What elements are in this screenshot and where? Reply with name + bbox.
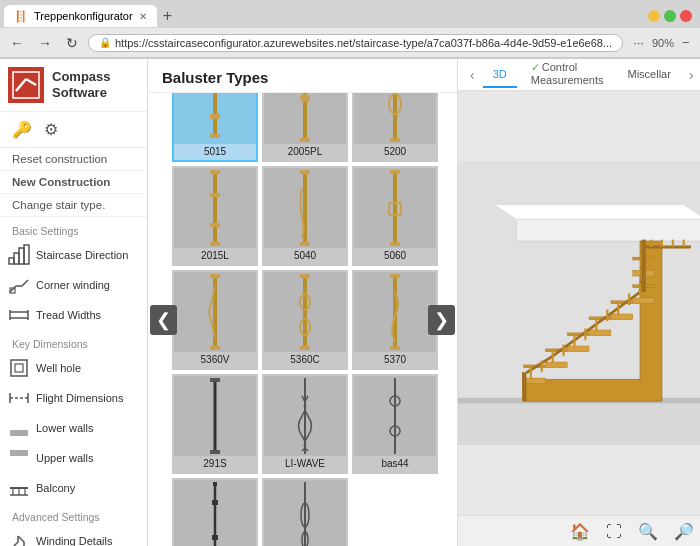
svg-rect-39: [300, 94, 310, 102]
change-stair-type-action[interactable]: Change stair type.: [0, 194, 147, 217]
browser-menu-button[interactable]: ···: [629, 33, 648, 52]
prev-page-button[interactable]: ❮: [150, 305, 177, 335]
staircase-direction-label: Staircase Direction: [36, 249, 128, 261]
svg-rect-33: [210, 134, 220, 138]
upper-walls-label: Upper walls: [36, 452, 93, 464]
url-bar[interactable]: 🔒 https://csstaircaseconfigurator.azurew…: [88, 34, 623, 52]
baluster-item-5015[interactable]: 5015: [172, 93, 258, 162]
baluster-item-li9044hep[interactable]: LI9044HEP: [172, 478, 258, 546]
upper-walls-icon: [8, 447, 30, 469]
baluster-item-5200[interactable]: 5200: [352, 93, 438, 162]
svg-rect-32: [213, 93, 217, 134]
baluster-item-bas44[interactable]: bas44: [352, 374, 438, 474]
fullscreen-button[interactable]: ⛶: [602, 520, 626, 543]
back-button[interactable]: ←: [6, 33, 28, 53]
address-bar: ← → ↻ 🔒 https://csstaircaseconfigurator.…: [0, 28, 700, 58]
tab-3d[interactable]: 3D: [483, 62, 517, 88]
zoom-out-button[interactable]: −: [678, 33, 694, 52]
svg-rect-119: [641, 240, 645, 292]
view-tabs: ‹ 3D ✓Control Measurements Miscellar ›: [458, 59, 700, 91]
tab-miscellar[interactable]: Miscellar: [618, 62, 681, 88]
svg-rect-94: [611, 314, 633, 320]
svg-rect-38: [300, 138, 310, 142]
baluster-grid-wrapper: ❮: [148, 93, 457, 546]
sidebar-item-lower-walls[interactable]: Lower walls: [0, 413, 147, 443]
svg-rect-118: [522, 372, 526, 401]
url-text: https://csstaircaseconfigurator.azureweb…: [115, 37, 612, 49]
baluster-item-liwave[interactable]: LI-WAVE: [262, 374, 348, 474]
winding-details-label: Winding Details: [36, 535, 112, 546]
main-content: Baluster Types ❮: [148, 59, 700, 546]
key-icon-button[interactable]: 🔑: [12, 120, 32, 139]
svg-rect-96: [633, 298, 655, 304]
tabs-prev-button[interactable]: ‹: [466, 65, 479, 85]
svg-rect-13: [11, 360, 27, 376]
basic-settings-title: Basic Settings: [0, 217, 147, 240]
svg-rect-48: [210, 223, 220, 227]
active-tab[interactable]: 🪜 Treppenkonfigurator ✕: [4, 5, 157, 27]
svg-rect-83: [458, 401, 700, 445]
sidebar-item-upper-walls[interactable]: Upper walls: [0, 443, 147, 473]
sidebar-item-flight-dimensions[interactable]: Flight Dimensions: [0, 383, 147, 413]
baluster-label-5200: 5200: [354, 144, 436, 160]
svg-rect-42: [390, 138, 400, 142]
svg-rect-59: [303, 274, 307, 350]
baluster-panel: Baluster Types ❮: [148, 59, 700, 546]
svg-rect-35: [210, 114, 220, 119]
svg-rect-52: [393, 170, 397, 246]
baluster-item-5360c[interactable]: 5360C: [262, 270, 348, 370]
baluster-item-5040[interactable]: 5040: [262, 166, 348, 266]
sidebar-item-winding-details[interactable]: Winding Details: [0, 526, 147, 546]
svg-rect-60: [300, 274, 310, 278]
sidebar-item-tread-widths[interactable]: Tread Widths: [0, 300, 147, 330]
svg-rect-47: [210, 193, 220, 197]
tab-close-button[interactable]: ✕: [139, 11, 147, 22]
staircase-3d-view: [458, 91, 700, 515]
next-page-button[interactable]: ❯: [428, 305, 455, 335]
close-button[interactable]: [680, 10, 692, 22]
minimize-button[interactable]: [648, 10, 660, 22]
tabs-next-button[interactable]: ›: [685, 65, 698, 85]
refresh-button[interactable]: ↻: [62, 33, 82, 53]
sidebar-item-staircase-direction[interactable]: Staircase Direction: [0, 240, 147, 270]
svg-rect-75: [213, 482, 217, 486]
baluster-item-5060[interactable]: 5060: [352, 166, 438, 266]
forward-button[interactable]: →: [34, 33, 56, 53]
baluster-item-2015l[interactable]: 2015L: [172, 166, 258, 266]
logo-text: Compass Software: [52, 69, 111, 100]
baluster-label-5360v: 5360V: [174, 352, 256, 368]
baluster-label-bas44: bas44: [354, 456, 436, 472]
baluster-item-5360v[interactable]: 5360V: [172, 270, 258, 370]
search-view-button[interactable]: 🔍: [634, 520, 662, 543]
gear-icon-button[interactable]: ⚙: [44, 120, 58, 139]
baluster-item-5370[interactable]: 5370: [352, 270, 438, 370]
svg-rect-61: [300, 346, 310, 350]
staircase-direction-icon: [8, 244, 30, 266]
tab-title: Treppenkonfigurator: [34, 10, 133, 22]
baluster-item-291s[interactable]: 291S: [172, 374, 258, 474]
svg-rect-86: [524, 378, 546, 384]
baluster-item-2005pl[interactable]: 2005PL: [262, 93, 348, 162]
advanced-settings-title: Advanced Settings: [0, 503, 147, 526]
svg-rect-66: [390, 346, 400, 350]
lower-walls-label: Lower walls: [36, 422, 93, 434]
browser-toolbar-right: ··· 90% − + ⚙ 🧩: [629, 33, 700, 52]
view-toolbar: 🏠 ⛶ 🔍 🔎: [458, 515, 700, 546]
svg-rect-90: [567, 346, 589, 352]
zoom-view-button[interactable]: 🔎: [670, 520, 698, 543]
key-dimensions-title: Key Dimensions: [0, 330, 147, 353]
home-view-button[interactable]: 🏠: [566, 520, 594, 543]
baluster-item-li401-2[interactable]: LI401_2: [262, 478, 348, 546]
sidebar-item-well-hole[interactable]: Well hole: [0, 353, 147, 383]
tab-control-measurements[interactable]: ✓Control Measurements: [521, 59, 614, 94]
new-tab-button[interactable]: +: [163, 8, 172, 24]
sidebar-item-corner-winding[interactable]: Corner winding: [0, 270, 147, 300]
ssl-lock-icon: 🔒: [99, 37, 111, 48]
reset-construction-action[interactable]: Reset construction: [0, 148, 147, 171]
new-construction-action[interactable]: New Construction: [0, 171, 147, 194]
svg-rect-46: [210, 242, 220, 246]
maximize-button[interactable]: [664, 10, 676, 22]
sidebar-quick-icons: 🔑 ⚙: [0, 112, 147, 148]
3d-scene-area: [458, 91, 700, 515]
sidebar-item-balcony[interactable]: Balcony: [0, 473, 147, 503]
